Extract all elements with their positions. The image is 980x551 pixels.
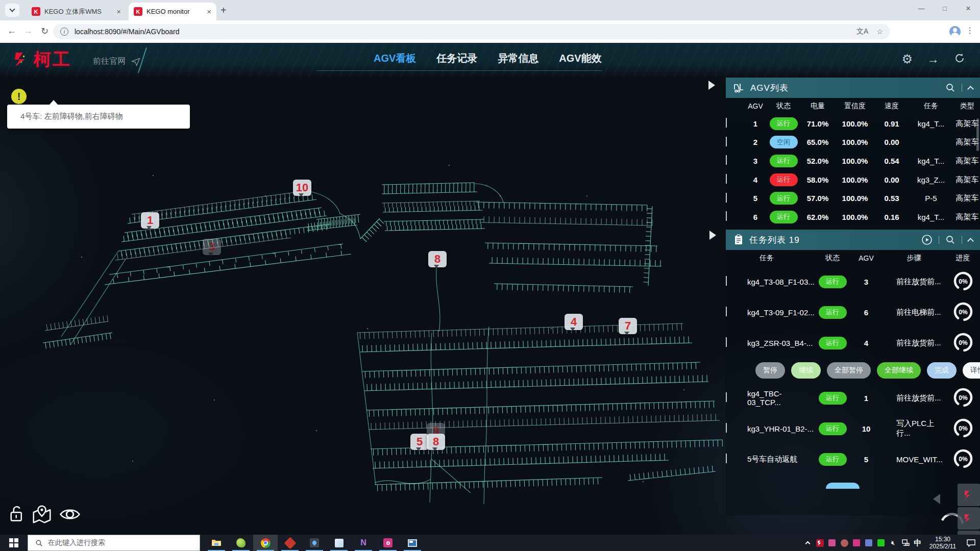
map-marker-5[interactable]: 5 bbox=[410, 434, 429, 450]
agv-table-row[interactable]: 4运行58.0%100.0%0.00kg3_Z...高架车 bbox=[726, 170, 980, 189]
bookmark-star-icon[interactable]: ☆ bbox=[876, 28, 883, 36]
gear-icon[interactable]: ⚙ bbox=[901, 53, 913, 65]
volume-muted-icon[interactable]: 🔇︎ bbox=[887, 535, 899, 551]
url-bar[interactable]: i localhost:8090/#/Main/AGVboard 文A ☆ bbox=[53, 24, 890, 39]
tray-expand-caret[interactable] bbox=[801, 535, 814, 551]
row-expand-chevron[interactable] bbox=[726, 308, 747, 317]
map-pin-icon[interactable] bbox=[32, 505, 52, 524]
task-table-row[interactable]: kg3_YHR-01_B2-...运行10写入PLC上行...0% bbox=[726, 413, 980, 444]
close-tab-icon[interactable]: × bbox=[116, 7, 121, 16]
site-info-icon[interactable]: i bbox=[60, 28, 68, 36]
row-expand-chevron[interactable] bbox=[726, 138, 745, 147]
app-redis[interactable] bbox=[278, 535, 302, 551]
profile-avatar[interactable] bbox=[949, 26, 961, 37]
agv-table-row[interactable]: 6运行62.0%100.0%0.16kg4_T...高架车 bbox=[726, 208, 980, 227]
nav-item-1[interactable]: AGV看板 bbox=[374, 52, 416, 65]
task-table-row[interactable]: kg4_T3-09_F1-02...运行6前往电梯前...0% bbox=[726, 297, 980, 328]
task-action-6-button[interactable]: 详情 bbox=[963, 362, 980, 379]
map-marker-7[interactable]: 7 bbox=[619, 318, 637, 334]
app-chrome[interactable] bbox=[253, 535, 278, 551]
new-tab-button[interactable]: + bbox=[220, 5, 227, 16]
browser-menu-icon[interactable]: ⋮ bbox=[966, 26, 974, 35]
agv-table-row[interactable]: 1运行71.0%100.0%0.91kg4_T...高架车 bbox=[726, 114, 980, 133]
task-action-5-button[interactable]: 完成 bbox=[927, 362, 957, 379]
map-marker-8[interactable]: 8 bbox=[428, 251, 447, 267]
agv-table-row[interactable]: 5运行57.0%100.0%0.53P-5高架车 bbox=[726, 189, 980, 208]
tab-monitor[interactable]: K KEGO monitor × bbox=[129, 3, 216, 20]
edge-kego-button-3[interactable] bbox=[958, 531, 980, 535]
eye-icon[interactable] bbox=[59, 507, 81, 522]
row-expand-chevron[interactable] bbox=[726, 455, 747, 464]
row-expand-chevron[interactable] bbox=[726, 119, 745, 128]
row-expand-chevron[interactable] bbox=[726, 156, 745, 165]
start-button[interactable] bbox=[0, 535, 28, 551]
task-table-row[interactable]: kg4_T3-08_F1-03...运行3前往放货前...0% bbox=[726, 266, 980, 297]
search-icon[interactable] bbox=[945, 235, 955, 245]
app-file-explorer[interactable] bbox=[204, 535, 229, 551]
reload-button[interactable]: ↻ bbox=[41, 26, 48, 37]
play-circle-icon[interactable] bbox=[921, 234, 933, 245]
task-action-2-button[interactable]: 继续 bbox=[791, 362, 821, 379]
tray-green-square-icon[interactable] bbox=[875, 535, 887, 551]
task-table-row[interactable]: kg3_ZSR-03_B4-...运行4前往放货前...0% bbox=[726, 328, 980, 358]
tray-pink-arrow-icon[interactable] bbox=[850, 535, 863, 551]
task-action-4-button[interactable]: 全部继续 bbox=[877, 362, 921, 379]
arrow-right-icon[interactable]: → bbox=[927, 53, 939, 65]
map-marker-10[interactable]: 10 bbox=[293, 180, 311, 196]
kego-logo[interactable]: 柯工 bbox=[13, 48, 71, 71]
window-maximize-button[interactable]: □ bbox=[933, 0, 957, 16]
scrollbar-thumb[interactable] bbox=[976, 118, 979, 151]
translate-icon[interactable]: 文A bbox=[856, 27, 868, 36]
nav-item-4[interactable]: AGV能效 bbox=[559, 52, 601, 65]
tray-pink-icon[interactable] bbox=[826, 535, 838, 551]
forward-button[interactable]: → bbox=[23, 26, 33, 36]
task-table-row[interactable]: kg4_TBC-03_TCP...运行1前往放货前...0% bbox=[726, 383, 980, 413]
map-marker-8[interactable]: 8 bbox=[427, 434, 445, 450]
map-marker-4[interactable]: 4 bbox=[565, 314, 583, 330]
unlock-icon[interactable] bbox=[9, 505, 24, 523]
taskbar-clock[interactable]: 15:30 2025/2/11 bbox=[926, 536, 960, 550]
network-icon[interactable] bbox=[899, 535, 912, 551]
row-expand-chevron[interactable] bbox=[726, 194, 745, 203]
taskbar-search[interactable]: 在此键入进行搜索 bbox=[28, 535, 200, 551]
expand-task-panel-arrow[interactable] bbox=[709, 231, 716, 240]
close-tab-icon[interactable]: × bbox=[207, 7, 211, 16]
collapse-panel-icon[interactable] bbox=[967, 238, 974, 244]
app-light[interactable] bbox=[327, 535, 351, 551]
tray-blue-square-icon[interactable] bbox=[863, 535, 875, 551]
nav-item-2[interactable]: 任务记录 bbox=[436, 52, 477, 65]
app-navicat[interactable]: N bbox=[351, 535, 376, 551]
task-action-1-button[interactable]: 暂停 bbox=[755, 362, 785, 379]
tab-search-button[interactable] bbox=[5, 4, 19, 17]
refresh-icon[interactable] bbox=[953, 52, 966, 66]
row-expand-chevron[interactable] bbox=[726, 338, 747, 347]
task-action-3-button[interactable]: 全部暂停 bbox=[827, 362, 871, 379]
edge-kego-button-1[interactable] bbox=[958, 484, 980, 506]
agv-table-row[interactable]: 2空闲65.0%100.0%0.00高架车 bbox=[726, 133, 980, 152]
task-table-row[interactable]: 5号车自动返航运行5MOVE_WIT...0% bbox=[726, 444, 980, 474]
back-button[interactable]: ← bbox=[7, 26, 16, 36]
warning-icon[interactable]: ! bbox=[11, 89, 27, 104]
map-marker-3[interactable]: 3 bbox=[203, 239, 221, 255]
tray-red-circle-icon[interactable] bbox=[838, 535, 850, 551]
official-site-link[interactable]: 前往官网 bbox=[93, 56, 141, 67]
window-close-button[interactable]: ✕ bbox=[957, 0, 980, 16]
action-center-icon[interactable] bbox=[962, 535, 980, 551]
row-expand-chevron[interactable] bbox=[726, 424, 747, 433]
app-pink-camera[interactable] bbox=[376, 535, 400, 551]
row-expand-chevron[interactable] bbox=[726, 277, 747, 286]
map-marker-1[interactable]: 1 bbox=[141, 212, 159, 229]
row-expand-chevron[interactable] bbox=[726, 212, 745, 221]
app-green[interactable] bbox=[229, 535, 253, 551]
app-map-tool[interactable] bbox=[302, 535, 327, 551]
row-expand-chevron[interactable] bbox=[726, 393, 747, 403]
agv-table-row[interactable]: 3运行52.0%100.0%0.54kg4_T...高架车 bbox=[726, 152, 980, 170]
search-icon[interactable] bbox=[945, 83, 955, 93]
window-minimize-button[interactable]: — bbox=[910, 0, 933, 16]
row-expand-chevron[interactable] bbox=[726, 175, 745, 184]
expand-agv-panel-arrow[interactable] bbox=[708, 81, 715, 90]
app-blue-window[interactable] bbox=[400, 535, 425, 551]
tray-kego-icon[interactable] bbox=[814, 535, 826, 551]
tab-wms[interactable]: K KEGO 立体库WMS × bbox=[27, 3, 126, 20]
nav-item-3[interactable]: 异常信息 bbox=[498, 52, 538, 65]
